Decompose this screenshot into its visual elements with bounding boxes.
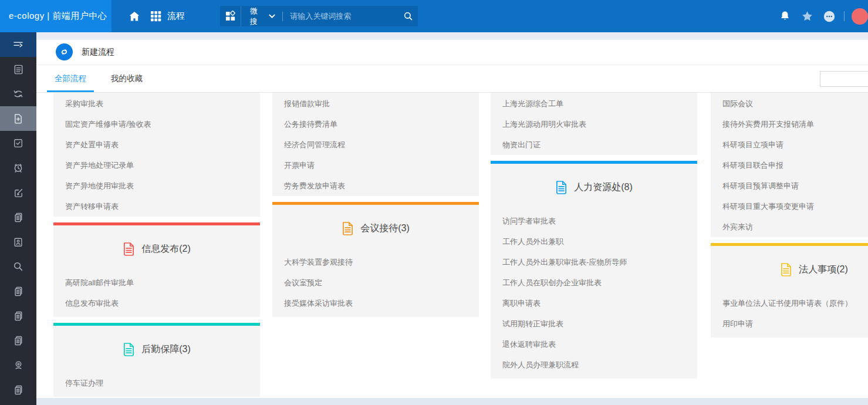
home-icon[interactable] [127, 0, 142, 32]
category-title: 会议接待(3) [360, 222, 410, 235]
draft-edit-icon[interactable] [0, 180, 36, 205]
search-icon[interactable] [398, 11, 418, 22]
main-area: 新建流程 全部流程我的收藏 采购审批表固定资产维修申请/验收表资产处置申请表资产… [36, 32, 868, 405]
process-link[interactable]: 接待外宾费用开支报销清单 [711, 114, 868, 134]
document-icon [780, 262, 792, 277]
process-link[interactable]: 物资出门证 [491, 134, 697, 155]
process-column: 报销借款审批公务接待费清单经济合同管理流程开票申请劳务费发放申请表会议接待(3)… [272, 93, 479, 323]
process-link[interactable]: 停车证办理 [53, 373, 260, 393]
process-link[interactable]: 报销借款审批 [272, 93, 479, 114]
process-link[interactable]: 劳务费发放申请表 [272, 176, 479, 196]
process-link[interactable]: 开票申请 [272, 155, 479, 176]
process-column: 国际会议接待外宾费用开支报销清单科研项目立项申请科研项目联合申报科研项目预算调整… [711, 93, 868, 343]
process-link[interactable]: 上海光源动用明火审批表 [491, 114, 697, 134]
webcam-monitor-icon[interactable] [0, 353, 36, 377]
process-card-board: 采购审批表固定资产维修申请/验收表资产处置申请表资产异地处理记录单资产异地使用审… [36, 93, 868, 398]
process-link[interactable]: 会议室预定 [272, 272, 479, 293]
category-header: 后勤保障(3) [53, 326, 260, 373]
process-link[interactable]: 公务接待费清单 [272, 114, 479, 134]
process-link[interactable]: 事业单位法人证书使用申请表（原件） [711, 293, 868, 313]
top-navbar: e-cology | 前端用户中心 流程 微搜 [0, 0, 868, 32]
process-link[interactable]: 工作人员外出兼职审批表-应物所导师 [491, 252, 697, 272]
process-link[interactable]: 科研项目重大事项变更申请 [711, 196, 868, 217]
process-link[interactable]: 退休返聘审批表 [491, 334, 697, 355]
contact-card-icon[interactable] [0, 230, 36, 254]
process-link[interactable]: 访问学者审批表 [491, 211, 697, 231]
apps-icon[interactable] [220, 6, 241, 26]
process-link[interactable]: 试用期转正审批表 [491, 313, 697, 334]
process-link[interactable]: 信息发布审批表 [53, 293, 260, 313]
tabs-bar: 全部流程我的收藏 [36, 65, 868, 93]
app-logo[interactable]: e-cology | 前端用户中心 [0, 0, 112, 32]
category-card-人力资源处: 人力资源处(8)访问学者审批表工作人员外出兼职工作人员外出兼职审批表-应物所导师… [491, 161, 697, 379]
pending-clock-icon[interactable] [0, 156, 36, 180]
process-link[interactable]: 接受媒体采访审批表 [272, 293, 479, 313]
documents-copy-icon[interactable] [0, 377, 36, 402]
documents-copy-icon[interactable] [0, 303, 36, 328]
process-link[interactable]: 工作人员外出兼职 [491, 231, 697, 252]
category-card-partial: 报销借款审批公务接待费清单经济合同管理流程开票申请劳务费发放申请表 [272, 93, 479, 196]
process-link[interactable]: 科研项目联合申报 [711, 155, 868, 176]
process-column: 上海光源综合工单上海光源动用明火审批表物资出门证人力资源处(8)访问学者审批表工… [491, 93, 697, 384]
global-search-bar: 微搜 [220, 6, 418, 26]
category-header: 人力资源处(8) [491, 164, 697, 211]
process-link[interactable]: 采购审批表 [53, 93, 260, 114]
search-scope-label: 微搜 [250, 6, 265, 27]
bottom-strip [36, 398, 868, 405]
topbar-right-icons [774, 0, 868, 32]
process-link[interactable]: 国际会议 [711, 93, 868, 114]
process-link[interactable]: 资产处置申请表 [53, 134, 260, 155]
process-link[interactable]: 高研院all邮件审批单 [53, 272, 260, 293]
category-header: 信息发布(2) [53, 225, 260, 272]
process-link[interactable]: 科研项目立项申请 [711, 134, 868, 155]
new-document-icon[interactable] [0, 106, 36, 131]
avatar[interactable] [852, 8, 868, 25]
documents-copy-icon[interactable] [0, 328, 36, 353]
process-link[interactable]: 固定资产维修申请/验收表 [53, 114, 260, 134]
search-icon[interactable] [0, 254, 36, 279]
top-gap-strip [36, 32, 868, 40]
bell-icon[interactable] [774, 0, 796, 32]
category-card-后勤保障: 后勤保障(3)停车证办理 [53, 323, 260, 397]
process-link[interactable]: 科研项目预算调整申请 [711, 176, 868, 196]
process-link[interactable]: 上海光源综合工单 [491, 93, 697, 114]
nav-workflow-module[interactable]: 流程 [150, 0, 185, 32]
tab-我的收藏[interactable]: 我的收藏 [103, 65, 150, 92]
workflow-sync-icon[interactable] [0, 82, 36, 106]
process-link[interactable]: 用印申请 [711, 313, 868, 334]
documents-copy-icon[interactable] [0, 205, 36, 230]
menu-collapse-icon[interactable] [0, 32, 36, 57]
process-link[interactable]: 资产异地处理记录单 [53, 155, 260, 176]
process-link[interactable]: 资产异地使用审批表 [53, 176, 260, 196]
process-filter-input[interactable] [820, 71, 868, 87]
category-header: 会议接待(3) [272, 205, 479, 252]
form-document-icon[interactable] [0, 57, 36, 82]
global-search-input[interactable] [283, 12, 398, 21]
documents-copy-icon[interactable] [0, 279, 36, 303]
process-link[interactable]: 经济合同管理流程 [272, 134, 479, 155]
process-link[interactable]: 资产转移申请表 [53, 196, 260, 217]
category-title: 法人事项(2) [799, 264, 848, 276]
todo-check-icon[interactable] [0, 131, 36, 156]
search-scope-dropdown[interactable]: 微搜 [241, 6, 283, 27]
tab-全部流程[interactable]: 全部流程 [47, 65, 94, 92]
chevron-down-icon [269, 14, 275, 19]
category-card-partial: 国际会议接待外宾费用开支报销清单科研项目立项申请科研项目联合申报科研项目预算调整… [711, 93, 868, 237]
process-link[interactable]: 工作人员在职创办企业审批表 [491, 272, 697, 293]
category-title: 人力资源处(8) [574, 181, 633, 194]
process-link[interactable]: 院外人员办理兼职流程 [491, 355, 697, 375]
workflow-circle-icon [56, 43, 73, 60]
process-column: 采购审批表固定资产维修申请/验收表资产处置申请表资产异地处理记录单资产异地使用审… [53, 93, 260, 398]
category-card-法人事项: 法人事项(2)事业单位法人证书使用申请表（原件）用印申请 [711, 243, 868, 338]
process-link[interactable]: 外宾来访 [711, 217, 868, 237]
more-icon[interactable] [818, 0, 840, 32]
document-icon [342, 221, 354, 236]
process-link[interactable]: 离职申请表 [491, 293, 697, 313]
page-header: 新建流程 [36, 40, 868, 65]
star-icon[interactable] [796, 0, 818, 32]
category-card-partial: 采购审批表固定资产维修申请/验收表资产处置申请表资产异地处理记录单资产异地使用审… [53, 93, 260, 217]
left-sidebar [0, 32, 36, 405]
category-title: 信息发布(2) [141, 243, 191, 255]
grid-menu-icon [150, 10, 162, 22]
process-link[interactable]: 大科学装置参观接待 [272, 252, 479, 272]
